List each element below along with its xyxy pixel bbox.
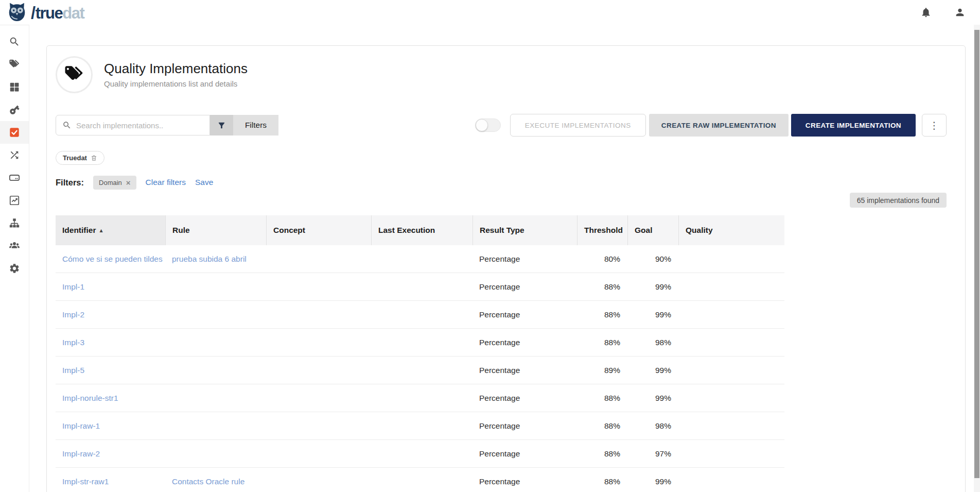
result-type-cell: Percentage	[472, 282, 577, 292]
result-type-cell: Percentage	[472, 449, 577, 459]
search-icon	[62, 121, 72, 130]
threshold-cell: 89%	[577, 366, 627, 375]
implementation-identifier-link[interactable]: Impl-norule-str1	[56, 394, 165, 403]
sidebar-item-quality[interactable]	[0, 121, 29, 144]
search-icon	[9, 36, 20, 47]
sidebar-item-sources[interactable]	[0, 166, 29, 189]
search-input[interactable]	[76, 121, 204, 130]
filters-label: Filters:	[56, 178, 84, 188]
implementation-identifier-link[interactable]: Impl-raw-1	[56, 421, 165, 431]
threshold-cell: 88%	[577, 449, 627, 459]
page-subtitle: Quality implementations list and details	[104, 79, 248, 88]
implementation-identifier-link[interactable]: Impl-raw-2	[56, 449, 165, 459]
create-implementation-button[interactable]: CREATE IMPLEMENTATION	[791, 114, 916, 137]
goal-cell: 99%	[627, 310, 678, 319]
column-header-quality[interactable]: Quality	[678, 215, 784, 245]
implementation-identifier-link[interactable]: Cómo ve si se pueden tildes	[56, 255, 165, 264]
goal-cell: 98%	[627, 421, 678, 431]
page-scrollbar-track	[974, 25, 980, 492]
chart-icon	[9, 195, 20, 206]
search-box	[56, 115, 210, 135]
user-profile-icon[interactable]	[954, 7, 966, 18]
threshold-cell: 88%	[577, 338, 627, 347]
page-scrollbar-thumb[interactable]	[974, 30, 979, 478]
filters-button[interactable]: Filters	[233, 115, 278, 135]
sidebar-item-search[interactable]	[0, 30, 29, 53]
column-header-threshold[interactable]: Threshold	[577, 215, 627, 245]
threshold-cell: 88%	[577, 282, 627, 292]
column-header-rule[interactable]: Rule	[165, 215, 266, 245]
rule-link[interactable]: prueba subida 6 abril	[165, 255, 266, 264]
sidebar-item-modules[interactable]	[0, 76, 29, 98]
execute-implementations-button[interactable]: EXECUTE IMPLEMENTATIONS	[510, 114, 646, 137]
remove-domain-filter-icon[interactable]: ×	[126, 179, 131, 186]
trash-icon[interactable]	[91, 155, 97, 161]
execute-toggle[interactable]	[475, 118, 501, 132]
toggle-knob	[476, 119, 488, 131]
implementation-identifier-link[interactable]: Impl-str-raw1	[56, 477, 165, 486]
implementation-identifier-link[interactable]: Impl-3	[56, 338, 165, 347]
owl-logo-icon	[6, 2, 28, 23]
goal-cell: 90%	[627, 255, 678, 264]
truedat-logo[interactable]: /truedat	[6, 2, 84, 23]
column-header-last-execution[interactable]: Last Execution	[371, 215, 472, 245]
goal-cell: 97%	[627, 449, 678, 459]
sidebar-item-glossary[interactable]	[0, 53, 29, 76]
domain-filter-chip[interactable]: Domain ×	[93, 176, 136, 190]
sidebar	[0, 25, 29, 492]
column-header-result-type[interactable]: Result Type	[472, 215, 577, 245]
sidebar-item-users[interactable]	[0, 234, 29, 257]
table-row: Impl-2 Percentage 88% 99%	[56, 301, 784, 329]
table-row: Impl-str-raw1 Contacts Oracle rule Perce…	[56, 468, 784, 492]
gear-icon	[9, 263, 20, 274]
quality-implementations-card: Quality Implementations Quality implemen…	[46, 45, 966, 492]
sidebar-item-settings[interactable]	[0, 257, 29, 280]
sidebar-item-permissions[interactable]	[0, 98, 29, 121]
table-row: Cómo ve si se pueden tildes prueba subid…	[56, 245, 784, 273]
table-row: Impl-5 Percentage 89% 99%	[56, 357, 784, 384]
save-link[interactable]: Save	[195, 178, 213, 187]
funnel-icon	[217, 121, 226, 130]
implementation-identifier-link[interactable]: Impl-1	[56, 282, 165, 292]
result-type-cell: Percentage	[472, 366, 577, 375]
column-header-goal[interactable]: Goal	[627, 215, 678, 245]
goal-cell: 99%	[627, 282, 678, 292]
kebab-icon: ⋮	[930, 121, 939, 130]
more-options-button[interactable]: ⋮	[922, 114, 947, 137]
threshold-cell: 88%	[577, 394, 627, 403]
users-icon	[9, 240, 20, 251]
table-row: Impl-3 Percentage 88% 98%	[56, 329, 784, 357]
threshold-cell: 88%	[577, 310, 627, 319]
rule-link[interactable]: Contacts Oracle rule	[165, 477, 266, 486]
column-header-concept[interactable]: Concept	[266, 215, 371, 245]
table-row: Impl-1 Percentage 88% 99%	[56, 273, 784, 301]
goal-cell: 99%	[627, 366, 678, 375]
logo-wordmark: /truedat	[29, 4, 84, 21]
quality-check-icon	[9, 127, 20, 138]
filter-funnel-button[interactable]	[210, 115, 233, 135]
sitemap-icon	[9, 217, 20, 229]
key-icon	[9, 104, 20, 115]
threshold-cell: 88%	[577, 421, 627, 431]
goal-cell: 99%	[627, 477, 678, 486]
tags-icon	[9, 59, 20, 70]
create-raw-implementation-button[interactable]: CREATE RAW IMPLEMENTATION	[649, 114, 789, 137]
result-type-cell: Percentage	[472, 338, 577, 347]
implementation-identifier-link[interactable]: Impl-2	[56, 310, 165, 319]
sidebar-item-structures[interactable]	[0, 212, 29, 234]
table-header-row: Identifier ▲ Rule Concept Last Execution…	[56, 215, 784, 245]
active-filter-chip-truedat[interactable]: Truedat	[56, 151, 104, 165]
goal-cell: 99%	[627, 394, 678, 403]
main-content: Quality Implementations Quality implemen…	[29, 25, 974, 492]
notifications-bell-icon[interactable]	[920, 7, 932, 18]
clear-filters-link[interactable]: Clear filters	[146, 178, 186, 187]
sidebar-item-dashboards[interactable]	[0, 189, 29, 212]
modules-grid-icon	[9, 81, 20, 93]
column-header-identifier[interactable]: Identifier ▲	[56, 215, 165, 245]
result-type-cell: Percentage	[472, 477, 577, 486]
result-type-cell: Percentage	[472, 394, 577, 403]
sort-asc-icon: ▲	[99, 228, 102, 233]
sidebar-item-lineage[interactable]	[0, 144, 29, 166]
shuffle-icon	[9, 149, 20, 161]
implementation-identifier-link[interactable]: Impl-5	[56, 366, 165, 375]
